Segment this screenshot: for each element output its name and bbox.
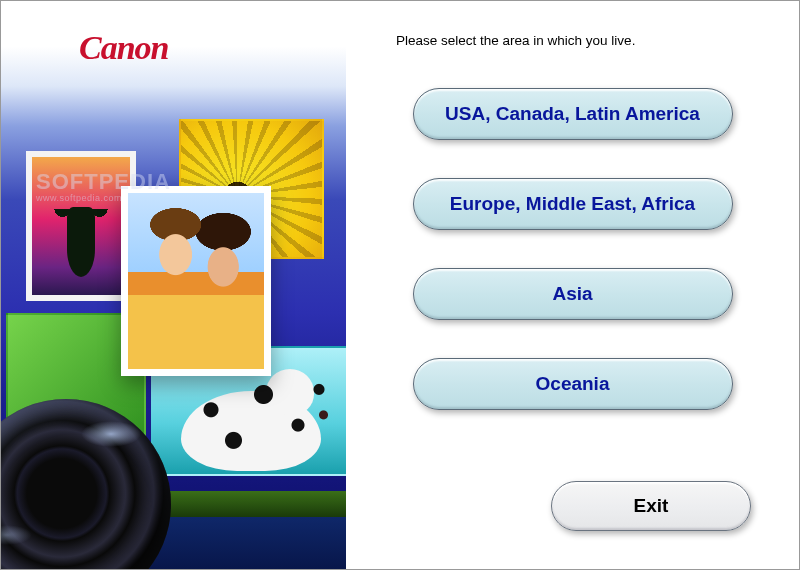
region-button-oceania[interactable]: Oceania xyxy=(413,358,733,410)
canon-logo: Canon xyxy=(79,29,169,67)
region-button-europe-middle-east-africa[interactable]: Europe, Middle East, Africa xyxy=(413,178,733,230)
region-button-group: USA, Canada, Latin America Europe, Middl… xyxy=(386,88,759,410)
exit-button-container: Exit xyxy=(551,481,751,531)
installer-window: Canon SOFTPEDIA www.softpedia.com Please… xyxy=(1,1,799,569)
left-graphic-panel: Canon SOFTPEDIA www.softpedia.com xyxy=(1,1,346,569)
softpedia-watermark: SOFTPEDIA www.softpedia.com xyxy=(36,169,171,203)
collage-kids-photo xyxy=(121,186,271,376)
exit-button[interactable]: Exit xyxy=(551,481,751,531)
watermark-title: SOFTPEDIA xyxy=(36,169,171,195)
collage-dalmatian xyxy=(181,391,321,471)
right-panel: Please select the area in which you live… xyxy=(346,1,799,569)
region-button-asia[interactable]: Asia xyxy=(413,268,733,320)
region-button-usa-canada-latin-america[interactable]: USA, Canada, Latin America xyxy=(413,88,733,140)
instruction-text: Please select the area in which you live… xyxy=(396,33,759,48)
